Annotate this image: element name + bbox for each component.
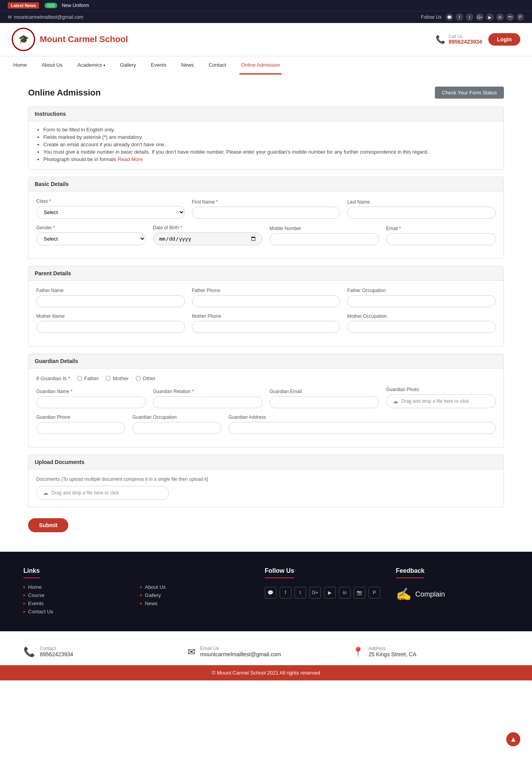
mother-phone-group: Mother Phone bbox=[192, 313, 340, 333]
footer-link-home[interactable]: Home bbox=[23, 583, 132, 591]
footer-contact-value: 89562423934 bbox=[40, 651, 73, 657]
header: 🎓 Mount Carmel School 📞 Call Us 89562423… bbox=[0, 23, 532, 57]
firstname-label: First Name * bbox=[192, 199, 340, 205]
twitter-icon[interactable]: t bbox=[466, 13, 473, 21]
page-header: Online Admission Check Your Form Status bbox=[28, 87, 504, 99]
upload-documents-section: Upload Documents Documents (To upload mu… bbox=[28, 455, 504, 507]
footer-instagram-icon[interactable]: 📷 bbox=[354, 587, 365, 599]
basic-details-body: Class * Select First Name * Last Name Ge… bbox=[28, 191, 504, 259]
firstname-input[interactable] bbox=[192, 207, 340, 219]
gender-select[interactable]: Select bbox=[36, 232, 146, 245]
call-info: Call Us 89562423934 bbox=[449, 34, 482, 45]
guardian-details-header: Guardian Details bbox=[28, 354, 504, 368]
footer-link-about[interactable]: About Us bbox=[140, 583, 249, 591]
phone-icon: 📞 bbox=[436, 35, 445, 44]
mobile-input[interactable] bbox=[270, 233, 379, 245]
guardian-father-option[interactable]: Father bbox=[77, 375, 99, 381]
email-input[interactable] bbox=[386, 233, 496, 245]
footer-link-news[interactable]: News bbox=[140, 599, 249, 607]
mother-occupation-input[interactable] bbox=[347, 321, 496, 333]
google-plus-icon[interactable]: G+ bbox=[476, 13, 484, 21]
doc-upload-icon: ☁ bbox=[43, 490, 48, 496]
footer-link-course[interactable]: Course bbox=[23, 591, 132, 599]
footer-grid: Links Home Course Events Contact Us Abou… bbox=[23, 567, 509, 616]
nav-about-us[interactable]: About Us bbox=[40, 57, 64, 74]
nav-academics[interactable]: Academics bbox=[76, 57, 106, 74]
guardian-other-option[interactable]: Other bbox=[136, 375, 156, 381]
lastname-input[interactable] bbox=[347, 207, 496, 219]
nav-news[interactable]: News bbox=[179, 57, 195, 74]
footer-facebook-icon[interactable]: f bbox=[280, 587, 291, 599]
class-group: Class * Select bbox=[36, 198, 185, 219]
gender-required-star: * bbox=[53, 225, 55, 230]
nav-home[interactable]: Home bbox=[12, 57, 28, 74]
firstname-required-star: * bbox=[216, 199, 218, 205]
footer-follow-title: Follow Us bbox=[265, 567, 294, 578]
instagram-icon[interactable]: 📷 bbox=[506, 13, 514, 21]
guardian-relation-input[interactable] bbox=[153, 396, 262, 408]
footer-contact-label: Contact bbox=[40, 646, 73, 651]
documents-upload[interactable]: ☁ Drag and drop a file here or click bbox=[36, 486, 169, 500]
whatsapp-icon[interactable]: 💬 bbox=[445, 13, 453, 21]
footer-link-gallery[interactable]: Gallery bbox=[140, 591, 249, 599]
footer-gplus-icon[interactable]: G+ bbox=[309, 587, 321, 599]
footer-linkedin-icon[interactable]: in bbox=[339, 587, 351, 599]
guardian-phone-input[interactable] bbox=[36, 422, 125, 434]
guardian-email-label: Guardian Email bbox=[270, 389, 379, 394]
latest-news-label: Latest News bbox=[8, 2, 39, 9]
youtube-icon[interactable]: ▶ bbox=[486, 13, 494, 21]
top-bar-left: Latest News 019 New Uniform bbox=[8, 2, 89, 9]
footer-social-row: 💬 f t G+ ▶ in 📷 P bbox=[265, 587, 380, 599]
father-occupation-input[interactable] bbox=[347, 295, 496, 307]
linkedin-icon[interactable]: in bbox=[496, 13, 504, 21]
footer-link-events[interactable]: Events bbox=[23, 599, 132, 607]
guardian-mother-label: Mother bbox=[113, 375, 128, 381]
father-name-group: Father Name bbox=[36, 288, 185, 307]
complain-label[interactable]: Complain bbox=[415, 590, 445, 599]
facebook-icon[interactable]: f bbox=[456, 13, 463, 21]
nav-online-admission[interactable]: Online Admission bbox=[239, 57, 282, 74]
footer-link-contact[interactable]: Contact Us bbox=[23, 607, 132, 616]
footer-pinterest-icon[interactable]: P bbox=[369, 587, 380, 599]
guardian-is-label: If Guardian Is * bbox=[36, 375, 70, 381]
guardian-occupation-input[interactable] bbox=[132, 422, 221, 434]
footer-email-value: mountcarmelmailtest@gmail.com bbox=[200, 651, 281, 657]
guardian-other-radio[interactable] bbox=[136, 376, 141, 381]
footer-bottom: 📞 Contact 89562423934 ✉ Email Us mountca… bbox=[0, 631, 532, 665]
father-name-label: Father Name bbox=[36, 288, 185, 293]
footer-youtube-icon[interactable]: ▶ bbox=[324, 587, 336, 599]
dob-input[interactable] bbox=[153, 232, 262, 245]
footer-email-label: Email Us bbox=[200, 646, 281, 651]
instruction-item-4: You must give a mobile number in basic d… bbox=[43, 149, 496, 155]
login-button[interactable]: Login bbox=[488, 33, 520, 46]
father-phone-group: Father Phone bbox=[192, 288, 340, 307]
father-phone-label: Father Phone bbox=[192, 288, 340, 293]
guardian-address-input[interactable] bbox=[229, 422, 496, 434]
submit-button[interactable]: Submit bbox=[28, 518, 68, 532]
guardian-address-label: Guardian Address bbox=[229, 414, 496, 420]
footer-whatsapp-icon[interactable]: 💬 bbox=[265, 587, 277, 599]
email-label: Email * bbox=[386, 226, 496, 231]
read-more-link[interactable]: Read More bbox=[118, 156, 143, 162]
call-label: Call Us bbox=[449, 34, 482, 39]
father-phone-input[interactable] bbox=[192, 295, 340, 307]
class-select[interactable]: Select bbox=[36, 206, 185, 219]
nav-events[interactable]: Events bbox=[149, 57, 168, 74]
pinterest-icon[interactable]: P bbox=[516, 13, 524, 21]
father-name-input[interactable] bbox=[36, 295, 185, 307]
guardian-other-label: Other bbox=[143, 375, 156, 381]
guardian-photo-upload[interactable]: ☁ Drag and drop a file here or click bbox=[386, 394, 496, 408]
guardian-email-input[interactable] bbox=[270, 396, 379, 408]
nav-gallery[interactable]: Gallery bbox=[119, 57, 138, 74]
lastname-label: Last Name bbox=[347, 199, 496, 205]
nav-contact[interactable]: Contact bbox=[207, 57, 228, 74]
guardian-father-radio[interactable] bbox=[77, 376, 82, 381]
guardian-name-input[interactable] bbox=[36, 396, 146, 408]
footer-twitter-icon[interactable]: t bbox=[294, 587, 306, 599]
guardian-mother-option[interactable]: Mother bbox=[106, 375, 128, 381]
guardian-mother-radio[interactable] bbox=[106, 376, 111, 381]
mother-phone-input[interactable] bbox=[192, 321, 340, 333]
check-status-button[interactable]: Check Your Form Status bbox=[435, 87, 504, 99]
mother-name-input[interactable] bbox=[36, 321, 185, 333]
guardian-email-group: Guardian Email bbox=[270, 389, 379, 408]
